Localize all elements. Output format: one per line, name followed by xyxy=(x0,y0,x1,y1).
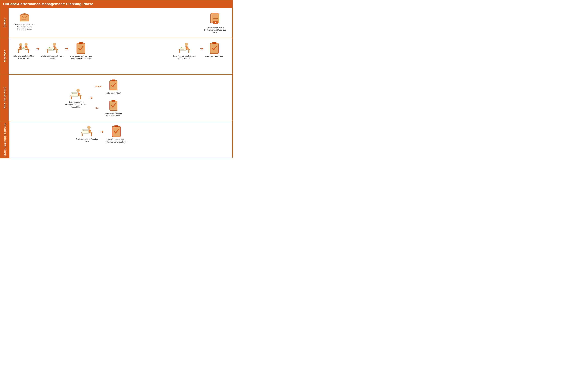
clipboard-check-icon-2 xyxy=(209,41,220,54)
svg-point-19 xyxy=(25,43,28,46)
page-header: OnBase-Performance Management: Planning … xyxy=(0,0,233,8)
svg-point-48 xyxy=(181,47,182,48)
svg-point-55 xyxy=(76,89,80,92)
svg-rect-80 xyxy=(115,126,118,127)
svg-rect-20 xyxy=(27,47,28,49)
svg-rect-64 xyxy=(112,80,115,81)
step-label-emp-verify: Employee verifies Planning Stage informa… xyxy=(171,55,197,60)
svg-rect-27 xyxy=(56,50,57,53)
lane-label-employee: Employee xyxy=(0,38,9,74)
step-rater-sign-send: Rater clicks "Sign and Send to Reviewer" xyxy=(103,99,123,117)
email-icon xyxy=(19,13,30,22)
lane-content-reviewer: Reviewer reviews Planning Stage ➔ Review… xyxy=(10,121,233,158)
page-title: OnBase-Performance Management: Planning … xyxy=(3,2,93,6)
arrow-meet-to-write: ➔ xyxy=(36,46,40,51)
step-reviewer-review: Reviewer reviews Planning Stage xyxy=(74,125,99,143)
either-label: Either: xyxy=(95,85,103,88)
step-onbase-email: OnBase emails Rater and Employee to star… xyxy=(14,13,35,30)
person-desk-reviewer-icon xyxy=(81,125,93,137)
step-emp-complete: Employee clicks "Complete and Send to Su… xyxy=(69,41,92,60)
step-label-rater-sign: Rater clicks "Sign" xyxy=(106,92,121,94)
lane-label-reviewer: Reviewer (Supervisor's Supervisor) xyxy=(0,121,10,158)
two-people-icon xyxy=(17,41,30,54)
svg-rect-69 xyxy=(82,133,83,136)
svg-point-17 xyxy=(19,43,22,46)
svg-point-42 xyxy=(185,43,188,46)
svg-rect-51 xyxy=(213,42,216,44)
arrow-verify-to-sign: ➔ xyxy=(200,46,203,51)
step-label-rater-incorporate: Rater incorporates Employee's draft goal… xyxy=(63,101,88,108)
step-emp-sign: Employee clicks "Sign" xyxy=(204,41,224,58)
clipboard-check-rater-sign xyxy=(108,79,118,91)
step-reviewer-sign: Reviewer clicks "Sign", which sends to E… xyxy=(105,125,128,143)
step-label-emp-complete: Employee clicks "Complete and Send to Su… xyxy=(69,55,92,60)
svg-rect-53 xyxy=(71,96,72,99)
step-label-emp-meet: Rater and Employee Meet to lay out Plan xyxy=(12,55,35,60)
step-label-reviewer-sign: Reviewer clicks "Sign", which sends to E… xyxy=(105,139,128,143)
step-label-rater-sign-send: Rater clicks "Sign and Send to Reviewer" xyxy=(103,112,123,117)
step-label-emp-write: Employee writes up Goals in OnBase xyxy=(41,55,64,60)
step-label-onbase-move: OnBase moves form to Performing and Moni… xyxy=(204,27,226,34)
lane-content-onbase: OnBase emails Rater and Employee to star… xyxy=(9,8,233,38)
svg-rect-29 xyxy=(55,47,57,50)
svg-rect-67 xyxy=(112,100,115,101)
lane-reviewer: Reviewer (Supervisor's Supervisor) xyxy=(0,121,233,158)
step-onbase-move: OnBase moves form to Performing and Moni… xyxy=(204,13,226,34)
person-desk-incorporate-icon xyxy=(70,87,82,100)
diagram-body: OnBase xyxy=(0,8,233,158)
lane-label-onbase: OnBase xyxy=(0,8,9,38)
step-emp-meet: Rater and Employee Meet to lay out Plan xyxy=(12,41,35,60)
step-emp-verify: Employee verifies Planning Stage informa… xyxy=(171,41,197,60)
lane-content-rater: Rater incorporates Employee's draft goal… xyxy=(9,75,233,121)
folder-icon xyxy=(209,13,221,25)
svg-rect-15 xyxy=(18,50,19,53)
lane-label-rater: Rater (Supervisor) xyxy=(0,75,9,121)
or-label: Or: xyxy=(95,107,103,109)
step-label-onbase-email: OnBase emails Rater and Employee to star… xyxy=(14,23,35,30)
step-label-reviewer-review: Reviewer reviews Planning Stage xyxy=(74,138,99,143)
svg-point-71 xyxy=(87,126,91,129)
svg-rect-70 xyxy=(91,133,92,136)
svg-rect-56 xyxy=(79,94,80,96)
svg-rect-41 xyxy=(188,50,189,53)
svg-point-61 xyxy=(72,93,73,94)
svg-rect-18 xyxy=(19,47,20,49)
lane-rater: Rater (Supervisor) xyxy=(0,75,233,121)
svg-rect-54 xyxy=(80,96,81,99)
svg-rect-72 xyxy=(90,131,91,133)
svg-rect-38 xyxy=(79,42,83,44)
svg-point-77 xyxy=(83,130,84,131)
person-desk-write-icon xyxy=(46,41,59,54)
clipboard-check-rater-sign-send xyxy=(108,99,118,111)
step-label-emp-sign: Employee clicks "Sign" xyxy=(205,55,223,58)
svg-point-24 xyxy=(23,47,24,48)
step-emp-write: Employee writes up Goals in OnBase xyxy=(41,41,64,60)
lane-onbase: OnBase xyxy=(0,8,233,38)
page-wrapper: OnBase-Performance Management: Planning … xyxy=(0,0,233,158)
arrow-incorporate-to-options: ➔ xyxy=(89,95,93,100)
svg-point-34 xyxy=(49,47,50,48)
svg-rect-43 xyxy=(187,47,189,50)
svg-rect-40 xyxy=(179,50,180,53)
person-desk-verify-icon xyxy=(178,41,191,54)
clipboard-check-icon-1 xyxy=(75,41,86,54)
step-rater-incorporate: Rater incorporates Employee's draft goal… xyxy=(63,87,88,108)
lane-employee: Employee xyxy=(0,38,233,75)
svg-rect-16 xyxy=(28,50,29,53)
arrow-write-to-complete: ➔ xyxy=(65,46,68,51)
svg-point-28 xyxy=(53,43,56,46)
lane-content-employee: Rater and Employee Meet to lay out Plan … xyxy=(9,38,233,74)
step-rater-sign: Rater clicks "Sign" xyxy=(103,79,123,94)
svg-rect-26 xyxy=(47,50,48,53)
clipboard-check-reviewer-sign xyxy=(111,125,122,138)
arrow-review-to-sign: ➔ xyxy=(100,129,103,134)
